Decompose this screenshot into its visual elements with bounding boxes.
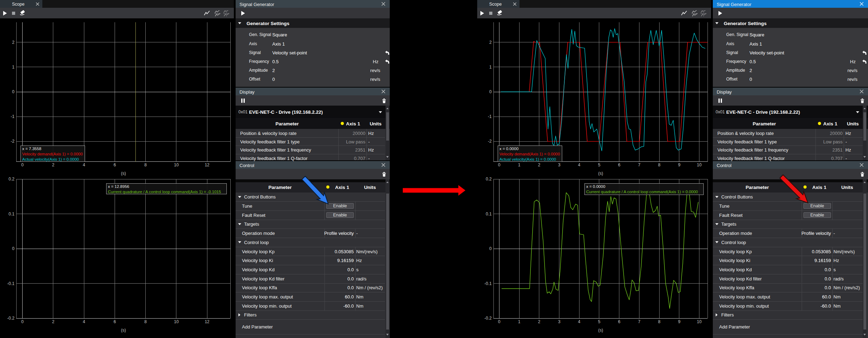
- svg-text:0: 0: [12, 89, 14, 94]
- svg-text:1: 1: [489, 65, 492, 70]
- svg-text:3: 3: [558, 319, 560, 324]
- svg-text:8: 8: [658, 319, 661, 324]
- svg-text:-0.1: -0.1: [7, 281, 14, 286]
- svg-text:4: 4: [83, 162, 85, 167]
- svg-text:2: 2: [538, 162, 540, 167]
- svg-text:10: 10: [697, 162, 702, 167]
- svg-text:4: 4: [578, 319, 581, 324]
- svg-text:3: 3: [558, 162, 560, 167]
- svg-text:0: 0: [489, 89, 492, 94]
- svg-text:-2: -2: [488, 139, 492, 144]
- svg-text:7: 7: [638, 162, 641, 167]
- svg-text:5: 5: [598, 319, 601, 324]
- svg-text:0: 0: [489, 246, 492, 251]
- svg-text:0: 0: [21, 162, 24, 167]
- svg-text:(s): (s): [121, 328, 126, 333]
- svg-text:0.1: 0.1: [8, 212, 14, 217]
- svg-text:10: 10: [174, 162, 179, 167]
- svg-text:2: 2: [52, 162, 55, 167]
- svg-text:0: 0: [498, 319, 500, 324]
- svg-text:10: 10: [697, 319, 702, 324]
- svg-text:0.1: 0.1: [486, 212, 492, 217]
- svg-text:1: 1: [518, 319, 521, 324]
- svg-text:5: 5: [598, 162, 601, 167]
- svg-text:8: 8: [144, 319, 147, 324]
- svg-text:-1: -1: [488, 114, 492, 119]
- svg-text:-0.2: -0.2: [484, 316, 492, 321]
- svg-text:12: 12: [205, 162, 210, 167]
- svg-text:0.2: 0.2: [486, 177, 492, 182]
- svg-text:-0.1: -0.1: [484, 281, 492, 286]
- svg-text:-1: -1: [11, 114, 14, 119]
- svg-text:1: 1: [518, 162, 521, 167]
- svg-text:6: 6: [618, 162, 620, 167]
- svg-text:0: 0: [498, 162, 500, 167]
- svg-text:10: 10: [174, 319, 179, 324]
- svg-text:6: 6: [114, 319, 116, 324]
- svg-text:8: 8: [144, 162, 147, 167]
- svg-text:2: 2: [52, 319, 55, 324]
- svg-text:7: 7: [638, 319, 641, 324]
- svg-text:0.2: 0.2: [8, 177, 14, 182]
- svg-text:2: 2: [12, 40, 14, 45]
- svg-text:9: 9: [678, 162, 680, 167]
- svg-text:6: 6: [618, 319, 620, 324]
- svg-text:6: 6: [114, 162, 116, 167]
- svg-text:(s): (s): [598, 171, 603, 176]
- svg-text:-2: -2: [11, 139, 14, 144]
- svg-text:12: 12: [205, 319, 210, 324]
- svg-text:(s): (s): [598, 328, 603, 333]
- svg-text:(s): (s): [121, 171, 126, 176]
- svg-text:9: 9: [678, 319, 680, 324]
- svg-text:-0.2: -0.2: [7, 316, 14, 321]
- svg-text:2: 2: [538, 319, 540, 324]
- svg-text:2: 2: [489, 40, 492, 45]
- svg-text:0: 0: [21, 319, 24, 324]
- svg-text:1: 1: [12, 65, 14, 70]
- svg-text:4: 4: [578, 162, 581, 167]
- svg-text:0: 0: [12, 246, 14, 251]
- svg-text:4: 4: [83, 319, 85, 324]
- svg-text:8: 8: [658, 162, 661, 167]
